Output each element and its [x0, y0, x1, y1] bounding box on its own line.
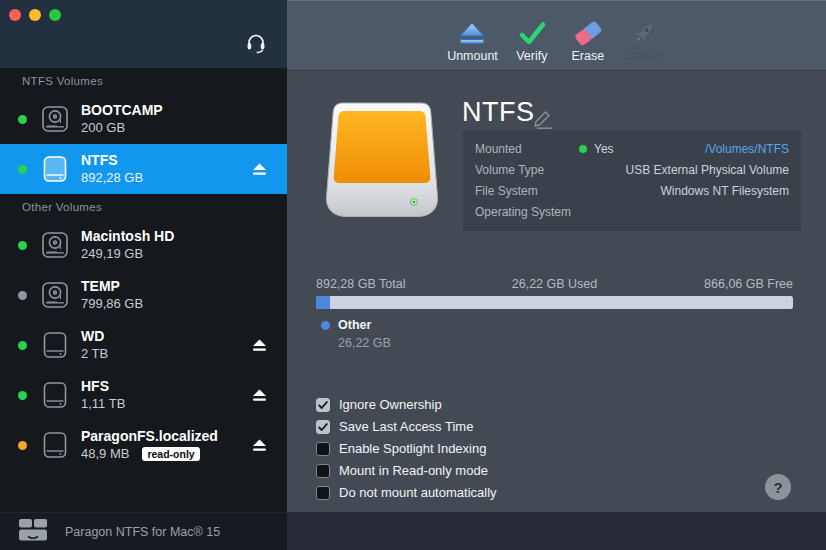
toolbar-label: Erase — [572, 49, 605, 63]
volume-row-paragonfs[interactable]: ParagonFS.localized 48,9 MBread-only — [0, 420, 287, 470]
status-dot — [18, 341, 27, 350]
headset-icon — [244, 42, 268, 57]
volume-row-temp[interactable]: TEMP 799,86 GB — [0, 270, 287, 320]
volume-size: 249,19 GB — [81, 245, 143, 262]
usage-legend: Other 26,22 GB — [316, 317, 391, 351]
mount-options: Ignore Ownership Save Last Access Time E… — [316, 397, 497, 507]
checkbox[interactable] — [316, 398, 330, 412]
toolbar-label: Unmount — [447, 49, 498, 63]
info-row-file-system: File System Windows NT Filesystem — [475, 180, 789, 201]
volume-row-hfs[interactable]: HFS 1,11 TB — [0, 370, 287, 420]
traffic-lights — [9, 9, 61, 21]
eject-icon[interactable] — [250, 337, 269, 354]
checkbox[interactable] — [316, 442, 330, 456]
volume-size: 2 TB — [81, 345, 108, 362]
section-header-other-volumes: Other Volumes — [0, 201, 287, 217]
option-label: Mount in Read-only mode — [339, 463, 488, 478]
zoom-button[interactable] — [49, 9, 61, 21]
internal-drive-icon — [41, 231, 69, 259]
info-row-volume-type: Volume Type USB External Physical Volume — [475, 159, 789, 180]
unmount-button[interactable]: Unmount — [443, 17, 502, 65]
eject-icon[interactable] — [250, 161, 269, 178]
volume-name: ParagonFS.localized — [81, 428, 250, 445]
mount-point-link[interactable]: /Volumes/NTFS — [705, 142, 789, 156]
legend-name: Other — [338, 317, 391, 333]
help-button[interactable]: ? — [765, 474, 791, 500]
volume-name: BOOTCAMP — [81, 102, 250, 119]
eject-icon[interactable] — [250, 387, 269, 404]
option-enable-spotlight-indexing[interactable]: Enable Spotlight Indexing — [316, 441, 497, 456]
eject-icon[interactable] — [250, 437, 269, 454]
volume-name: NTFS — [81, 152, 250, 169]
option-mount-in-read-only-mode[interactable]: Mount in Read-only mode — [316, 463, 497, 478]
info-label: Volume Type — [475, 163, 579, 177]
info-label: Operating System — [475, 205, 579, 219]
sidebar-titlebar — [0, 0, 287, 68]
info-row-mounted: Mounted Yes /Volumes/NTFS — [475, 138, 789, 159]
support-button[interactable] — [244, 30, 268, 57]
volume-name: WD — [81, 328, 250, 345]
volume-info-panel: Mounted Yes /Volumes/NTFS Volume Type US… — [463, 130, 801, 231]
checkbox[interactable] — [316, 486, 330, 500]
usage-bar-used — [316, 296, 330, 309]
rename-button[interactable] — [532, 109, 554, 132]
disk-stack-icon — [18, 518, 48, 546]
app-footer: Paragon NTFS for Mac® 15 — [0, 512, 287, 550]
usage-total: 892,28 GB Total — [316, 277, 475, 291]
option-ignore-ownership[interactable]: Ignore Ownership — [316, 397, 497, 412]
checkmark-icon — [517, 19, 547, 46]
checkbox[interactable] — [316, 464, 330, 478]
external-drive-icon — [41, 155, 69, 183]
mounted-status: Yes — [579, 142, 614, 156]
toolbar-label: Startup — [624, 49, 664, 63]
startup-button[interactable]: Startup — [618, 17, 670, 65]
volume-size: 48,9 MB — [81, 445, 129, 462]
status-dot — [18, 115, 27, 124]
volume-name: TEMP — [81, 278, 250, 295]
close-button[interactable] — [9, 9, 21, 21]
external-drive-icon — [41, 431, 69, 459]
main-footer — [287, 512, 826, 550]
volume-row-wd[interactable]: WD 2 TB — [0, 320, 287, 370]
volume-name: Macintosh HD — [81, 228, 250, 245]
option-label: Ignore Ownership — [339, 397, 442, 412]
checkbox[interactable] — [316, 420, 330, 434]
legend-size: 26,22 GB — [338, 336, 391, 350]
status-dot — [18, 241, 27, 250]
sidebar: NTFS Volumes BOOTCAMP 200 GB — [0, 0, 287, 550]
unmount-eject-icon — [457, 19, 487, 46]
status-dot — [18, 441, 27, 450]
external-drive-icon — [41, 381, 69, 409]
toolbar: Unmount Verify — [287, 0, 826, 71]
volume-size: 1,11 TB — [81, 395, 125, 412]
usage-labels: 892,28 GB Total 26,22 GB Used 866,06 GB … — [316, 277, 793, 291]
eraser-icon — [572, 19, 604, 46]
internal-drive-icon — [41, 281, 69, 309]
option-do-not-mount-automatically[interactable]: Do not mount automatically — [316, 485, 497, 500]
erase-button[interactable]: Erase — [562, 17, 614, 65]
volume-row-bootcamp[interactable]: BOOTCAMP 200 GB — [0, 94, 287, 144]
info-label: File System — [475, 184, 579, 198]
volume-list: NTFS Volumes BOOTCAMP 200 GB — [0, 68, 287, 512]
external-drive-illustration — [320, 101, 444, 227]
status-dot — [18, 165, 27, 174]
volume-row-ntfs[interactable]: NTFS 892,28 GB — [0, 144, 287, 194]
volume-row-macintosh-hd[interactable]: Macintosh HD 249,19 GB — [0, 220, 287, 270]
verify-button[interactable]: Verify — [506, 17, 558, 65]
option-label: Do not mount automatically — [339, 485, 497, 500]
info-value: Windows NT Filesystem — [661, 184, 789, 198]
toolbar-label: Verify — [516, 49, 547, 63]
usage-used: 26,22 GB Used — [475, 277, 634, 291]
option-label: Save Last Access Time — [339, 419, 473, 434]
volume-size: 892,28 GB — [81, 169, 143, 186]
section-header-ntfs-volumes: NTFS Volumes — [0, 75, 287, 91]
volume-name: HFS — [81, 378, 250, 395]
external-drive-icon — [41, 331, 69, 359]
info-row-operating-system: Operating System — [475, 201, 789, 222]
volume-detail: NTFS Mounted Yes /Volumes/NTFS — [287, 71, 826, 512]
app-window: NTFS Volumes BOOTCAMP 200 GB — [0, 0, 826, 550]
legend-dot — [321, 321, 330, 330]
minimize-button[interactable] — [29, 9, 41, 21]
option-save-last-access-time[interactable]: Save Last Access Time — [316, 419, 497, 434]
volume-size: 799,86 GB — [81, 295, 143, 312]
